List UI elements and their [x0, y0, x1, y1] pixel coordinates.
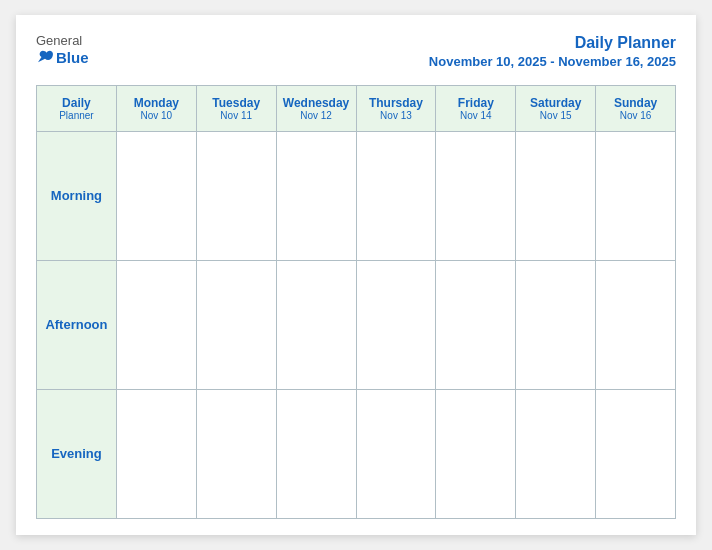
col-header-thursday: Thursday Nov 13 [356, 85, 436, 131]
cell-afternoon-monday[interactable] [116, 260, 196, 389]
logo-area: General Blue [36, 33, 89, 66]
label-afternoon: Afternoon [37, 260, 117, 389]
col-header-monday: Monday Nov 10 [116, 85, 196, 131]
cell-evening-tuesday[interactable] [196, 389, 276, 518]
cell-morning-wednesday[interactable] [276, 131, 356, 260]
cell-morning-monday[interactable] [116, 131, 196, 260]
col-header-tuesday: Tuesday Nov 11 [196, 85, 276, 131]
cell-evening-wednesday[interactable] [276, 389, 356, 518]
col-header-daily-planner: Daily Planner [37, 85, 117, 131]
row-morning: Morning [37, 131, 676, 260]
planner-dates: November 10, 2025 - November 16, 2025 [429, 54, 676, 71]
cell-evening-monday[interactable] [116, 389, 196, 518]
row-afternoon: Afternoon [37, 260, 676, 389]
logo-blue-text: Blue [36, 49, 89, 66]
label-morning: Morning [37, 131, 117, 260]
cell-morning-sunday[interactable] [596, 131, 676, 260]
cell-afternoon-wednesday[interactable] [276, 260, 356, 389]
page: General Blue Daily Planner November 10, … [16, 15, 696, 535]
calendar-table: Daily Planner Monday Nov 10 Tuesday Nov … [36, 85, 676, 519]
cell-evening-friday[interactable] [436, 389, 516, 518]
cell-afternoon-thursday[interactable] [356, 260, 436, 389]
header-row: Daily Planner Monday Nov 10 Tuesday Nov … [37, 85, 676, 131]
col-header-wednesday: Wednesday Nov 12 [276, 85, 356, 131]
cell-morning-friday[interactable] [436, 131, 516, 260]
cell-afternoon-saturday[interactable] [516, 260, 596, 389]
title-area: Daily Planner November 10, 2025 - Novemb… [429, 33, 676, 71]
planner-title: Daily Planner [429, 33, 676, 54]
label-evening: Evening [37, 389, 117, 518]
cell-morning-saturday[interactable] [516, 131, 596, 260]
col-header-sunday: Sunday Nov 16 [596, 85, 676, 131]
row-evening: Evening [37, 389, 676, 518]
logo-general-text: General [36, 33, 82, 49]
col-header-friday: Friday Nov 14 [436, 85, 516, 131]
cell-afternoon-sunday[interactable] [596, 260, 676, 389]
cell-morning-thursday[interactable] [356, 131, 436, 260]
cell-evening-sunday[interactable] [596, 389, 676, 518]
cell-evening-saturday[interactable] [516, 389, 596, 518]
logo-bird-icon [36, 50, 54, 64]
cell-afternoon-friday[interactable] [436, 260, 516, 389]
cell-afternoon-tuesday[interactable] [196, 260, 276, 389]
col-header-saturday: Saturday Nov 15 [516, 85, 596, 131]
cell-evening-thursday[interactable] [356, 389, 436, 518]
header: General Blue Daily Planner November 10, … [36, 33, 676, 71]
cell-morning-tuesday[interactable] [196, 131, 276, 260]
